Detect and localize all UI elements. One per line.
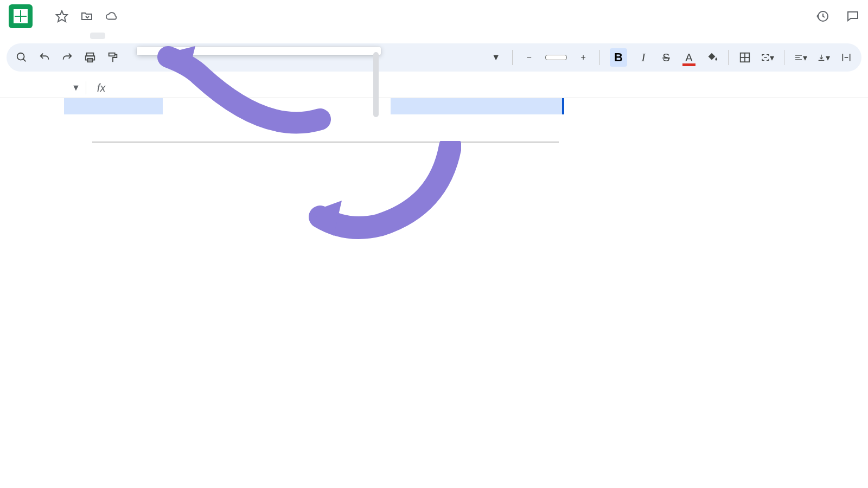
formula-bar: ▼ fx [0,78,868,98]
menu-edit[interactable] [58,33,73,39]
chart-fragment [65,133,559,155]
svg-point-2 [17,53,24,60]
svg-marker-0 [56,11,67,22]
menu-insert[interactable] [90,33,105,39]
strikethrough-button[interactable]: S [660,51,673,64]
name-box-dropdown-icon[interactable]: ▼ [72,83,80,93]
bold-button[interactable]: B [610,48,627,67]
menu-tools[interactable] [139,33,154,39]
print-icon[interactable] [84,51,97,64]
redo-icon[interactable] [61,51,74,64]
fill-color-button[interactable] [705,51,718,64]
borders-button[interactable] [738,51,751,64]
font-size-input[interactable] [545,55,567,60]
comments-icon[interactable] [846,10,859,23]
toolbar: ▼ − + B I S A ▾ ▾ ▾ [7,43,861,72]
name-box[interactable] [7,86,66,90]
text-color-button[interactable]: A [682,51,695,64]
history-icon[interactable] [816,10,829,23]
col-header-b[interactable] [64,98,163,114]
move-to-folder-icon[interactable] [80,10,93,23]
star-icon[interactable] [55,10,68,23]
col-header-h[interactable] [564,98,602,114]
wrap-button[interactable] [840,51,853,64]
menu-format[interactable] [106,33,122,39]
menu-data[interactable] [123,33,138,39]
undo-icon[interactable] [38,51,51,64]
svg-line-3 [23,59,26,62]
valign-button[interactable]: ▾ [817,51,830,64]
menu-view[interactable] [74,33,89,39]
svg-rect-7 [109,53,115,56]
sheets-logo[interactable] [9,4,33,28]
menu-extensions[interactable] [155,33,170,39]
italic-button[interactable]: I [637,51,650,64]
col-header-a[interactable] [30,98,64,114]
font-dropdown-icon[interactable]: ▼ [489,51,502,64]
insert-dropdown-menu [137,47,381,55]
cloud-status-icon[interactable] [105,10,118,23]
merge-button[interactable]: ▾ [761,51,774,64]
paint-format-icon[interactable] [106,51,119,64]
menu-help[interactable] [171,33,187,39]
font-size-decrease-icon[interactable]: − [522,51,535,64]
menu-file[interactable] [41,33,56,39]
menu-scrollbar[interactable] [373,52,379,117]
col-header-f[interactable] [391,98,472,114]
search-icon[interactable] [15,51,28,64]
select-all-corner[interactable] [0,98,30,114]
menubar [0,33,868,43]
font-size-increase-icon[interactable]: + [577,51,590,64]
col-header-g[interactable] [472,98,564,114]
fx-icon: fx [92,82,111,94]
halign-button[interactable]: ▾ [794,51,807,64]
